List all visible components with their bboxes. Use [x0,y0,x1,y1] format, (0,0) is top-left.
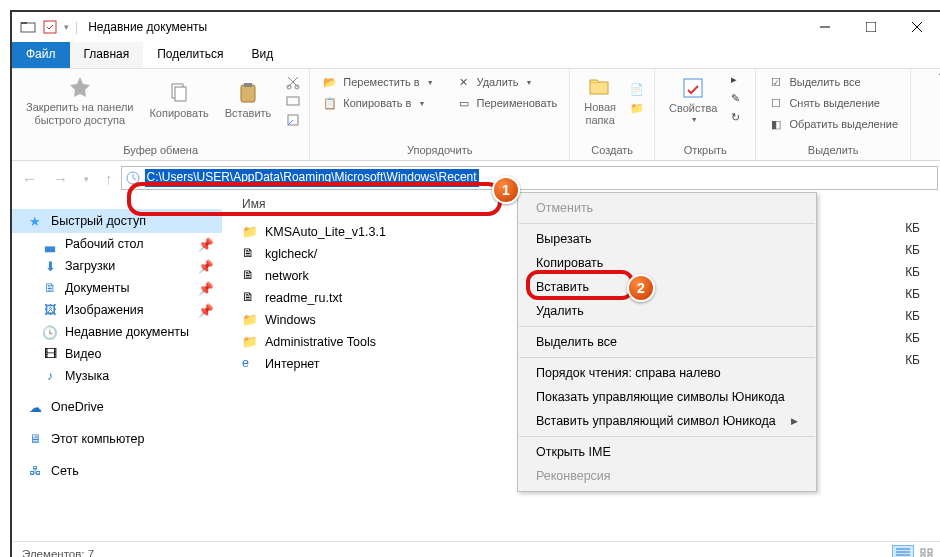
properties-button[interactable]: Свойства▼ [663,74,723,127]
move-to-button[interactable]: 📂Переместить в▼ [318,73,437,91]
minimize-button[interactable] [802,12,848,42]
ctx-show-unicode[interactable]: Показать управляющие символы Юникода [518,385,816,409]
sidebar-music[interactable]: ♪Музыка [12,365,222,387]
svg-rect-2 [44,21,56,33]
new-folder-button[interactable]: Новая папка [578,73,622,128]
copy-button[interactable]: Копировать [143,79,214,122]
qat: ▾ | [20,19,78,35]
ribbon: ˆ Закрепить на панели быстрого доступа К… [12,69,940,161]
edit-icon[interactable]: ✎ [731,92,747,108]
ctx-insert-unicode[interactable]: Вставить управляющий символ Юникода▶ [518,409,816,433]
ctx-cut[interactable]: Вырезать [518,227,816,251]
network-icon: 🖧 [26,462,44,480]
tab-view[interactable]: Вид [237,42,287,68]
sidebar-quick-access[interactable]: ★Быстрый доступ [12,209,222,233]
history-dropdown-icon[interactable]: ▾ [84,174,89,187]
ctx-rtl[interactable]: Порядок чтения: справа налево [518,361,816,385]
svg-rect-15 [921,549,925,553]
pin-icon: 📌 [198,303,212,317]
organize-group-label: Упорядочить [407,142,472,158]
history-icon[interactable]: ↻ [731,111,747,127]
select-none-button[interactable]: ☐Снять выделение [764,94,902,112]
ctx-copy[interactable]: Копировать [518,251,816,275]
cut-icon[interactable] [285,74,301,90]
ctx-undo[interactable]: Отменить [518,196,816,220]
sidebar-videos[interactable]: 🎞Видео [12,343,222,365]
easy-access-icon[interactable]: 📁 [630,102,646,118]
close-button[interactable] [894,12,940,42]
forward-button[interactable]: → [53,170,68,187]
sidebar-desktop[interactable]: ▃Рабочий стол📌 [12,233,222,255]
copy-path-icon[interactable] [285,93,301,109]
column-header-name[interactable]: Имя [242,197,265,211]
back-button[interactable]: ← [22,170,37,187]
clock-icon [125,170,141,186]
sidebar-this-pc[interactable]: 🖥Этот компьютер [12,427,222,451]
paste-button[interactable]: Вставить [219,79,278,122]
open-icon[interactable]: ▸ [731,73,747,89]
maximize-button[interactable] [848,12,894,42]
details-view-button[interactable] [892,545,914,558]
sidebar-recent-docs[interactable]: 🕓Недавние документы [12,321,222,343]
folder-icon: 📁 [242,224,258,240]
svg-rect-13 [684,79,702,97]
sidebar-onedrive[interactable]: ☁OneDrive [12,395,222,419]
properties-icon [681,76,705,100]
pin-icon: 📌 [198,237,212,251]
item-count: Элементов: 7 [22,548,94,558]
up-button[interactable]: ↑ [105,170,113,187]
tab-home[interactable]: Главная [70,42,144,68]
sidebar-documents[interactable]: 🗎Документы📌 [12,277,222,299]
svg-rect-16 [928,549,932,553]
svg-rect-3 [866,22,876,32]
svg-rect-5 [175,87,186,101]
pictures-icon: 🖼 [42,302,58,318]
icons-view-button[interactable] [916,545,938,558]
select-none-icon: ☐ [768,96,784,110]
ctx-open-ime[interactable]: Открыть IME [518,440,816,464]
pin-quick-access-button[interactable]: Закрепить на панели быстрого доступа [20,73,139,128]
ctx-delete[interactable]: Удалить [518,299,816,323]
select-all-icon: ☑ [768,75,784,89]
star-icon: ★ [26,212,44,230]
sidebar-network[interactable]: 🖧Сеть [12,459,222,483]
select-all-button[interactable]: ☑Выделить все [764,73,902,91]
titlebar: ▾ | Недавние документы [12,12,940,42]
folder-icon: 📁 [242,312,258,328]
statusbar: Элементов: 7 [12,541,940,557]
ribbon-tabs: Файл Главная Поделиться Вид [12,42,940,69]
rename-button[interactable]: ▭Переименовать [452,94,562,112]
copy-icon [167,81,191,105]
tab-file[interactable]: Файл [12,42,70,68]
annotation-bubble-2: 2 [627,274,655,302]
file-icon: 🗎 [242,268,258,284]
move-to-icon: 📂 [322,75,338,89]
onedrive-icon: ☁ [26,398,44,416]
ctx-select-all[interactable]: Выделить все [518,330,816,354]
qat-dropdown-icon[interactable]: ▾ [64,22,69,32]
delete-button[interactable]: ✕Удалить▼ [452,73,562,91]
tab-share[interactable]: Поделиться [143,42,237,68]
new-item-icon[interactable]: 📄 [630,83,646,99]
video-icon: 🎞 [42,346,58,362]
music-icon: ♪ [42,368,58,384]
svg-rect-6 [241,85,255,102]
chevron-right-icon: ▶ [791,416,798,426]
context-menu: Отменить Вырезать Копировать Вставить Уд… [517,192,817,492]
invert-selection-button[interactable]: ◧Обратить выделение [764,115,902,133]
properties-mini-icon[interactable] [42,19,58,35]
ctx-reconvert[interactable]: Реконверсия [518,464,816,488]
pin-icon: 📌 [198,259,212,273]
sidebar-downloads[interactable]: ⬇Загрузки📌 [12,255,222,277]
computer-icon: 🖥 [26,430,44,448]
svg-rect-10 [287,97,299,105]
copy-to-icon: 📋 [322,96,338,110]
sidebar-pictures[interactable]: 🖼Изображения📌 [12,299,222,321]
copy-to-button[interactable]: 📋Копировать в▼ [318,94,437,112]
navbar: ← → ▾ ↑ C:\Users\USER\AppData\Roaming\Mi… [12,161,940,195]
ctx-paste[interactable]: Вставить [518,275,816,299]
navigation-pane: ★Быстрый доступ ▃Рабочий стол📌 ⬇Загрузки… [12,195,222,541]
invert-icon: ◧ [768,117,784,131]
paste-shortcut-icon[interactable] [285,112,301,128]
ie-icon: e [242,356,258,372]
